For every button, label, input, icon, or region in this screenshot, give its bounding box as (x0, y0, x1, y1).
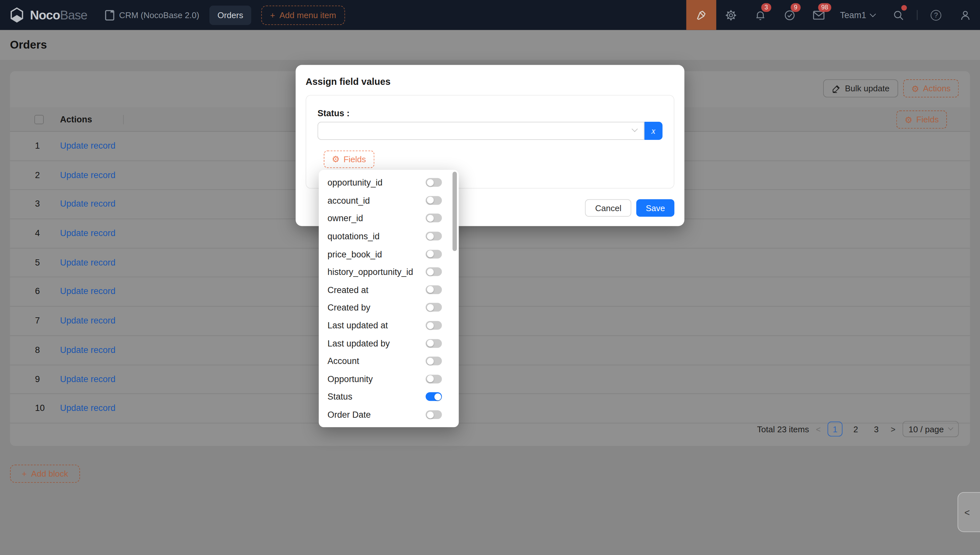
modal-title: Assign field values (306, 76, 391, 87)
row-index: 8 (35, 345, 40, 354)
field-menu-item[interactable]: Opportunity (319, 370, 459, 388)
status-select[interactable] (318, 122, 645, 140)
field-toggle[interactable] (425, 178, 442, 187)
field-menu-item[interactable]: Created by (319, 298, 459, 316)
field-menu-item[interactable]: quotations_id (319, 227, 459, 245)
gear-icon: ⚙ (904, 115, 912, 124)
scrollbar-thumb[interactable] (452, 172, 457, 251)
field-toggle[interactable] (425, 250, 442, 258)
column-header-actions: Actions (60, 114, 92, 124)
update-record-link[interactable]: Update record (60, 228, 115, 238)
field-menu-item[interactable]: price_book_id (319, 245, 459, 263)
workspace-switcher[interactable]: CRM (NocoBase 2.0) (105, 10, 199, 21)
next-page-button[interactable]: > (890, 424, 897, 433)
pagination-total: Total 23 items (757, 424, 809, 433)
field-toggle[interactable] (425, 268, 442, 276)
field-toggle[interactable] (425, 357, 442, 366)
field-toggle[interactable] (425, 410, 442, 419)
field-menu-item[interactable]: Created at (319, 281, 459, 298)
nocobase-logo[interactable]: NocoBase (9, 7, 87, 23)
cancel-button[interactable]: Cancel (585, 199, 632, 217)
row-index: 5 (35, 257, 40, 267)
row-index: 4 (35, 228, 40, 238)
add-menu-item-button[interactable]: + Add menu item (261, 5, 345, 25)
field-toggle[interactable] (425, 321, 442, 330)
tasks-button[interactable]: 9 (775, 0, 805, 30)
page-number-1[interactable]: 1 (828, 422, 843, 436)
actions-config-button[interactable]: ⚙ Actions (903, 79, 959, 98)
team-switcher[interactable]: Team1 (840, 10, 875, 20)
save-button[interactable]: Save (636, 199, 674, 217)
search-icon (893, 9, 904, 21)
chevron-down-icon (632, 126, 638, 132)
nav-tab-orders[interactable]: Orders (209, 5, 251, 25)
plus-icon: + (270, 10, 275, 20)
field-toggle[interactable] (425, 339, 442, 348)
field-menu-item[interactable]: owner_id (319, 209, 459, 227)
search-alert-dot (901, 5, 907, 10)
row-index: 9 (35, 374, 40, 384)
field-toggle[interactable] (425, 303, 442, 312)
row-index: 2 (35, 170, 40, 180)
page-header: Orders (0, 30, 980, 60)
field-menu-item[interactable]: Order Date (319, 406, 459, 423)
chevron-down-icon (948, 425, 953, 430)
field-menu-item[interactable]: Last updated by (319, 334, 459, 352)
field-menu-item[interactable]: account_id (319, 191, 459, 209)
field-toggle[interactable] (425, 214, 442, 223)
table-row: 10Update record (10, 394, 970, 423)
row-index: 1 (35, 141, 40, 151)
notifications-button[interactable]: 3 (746, 0, 775, 30)
update-record-link[interactable]: Update record (60, 257, 115, 267)
field-toggle[interactable] (425, 375, 442, 383)
field-menu-item[interactable]: Status (319, 388, 459, 406)
table-row: 6Update record (10, 278, 970, 306)
update-record-link[interactable]: Update record (60, 345, 115, 354)
page-number-2[interactable]: 2 (848, 422, 863, 436)
question-icon: ? (931, 10, 941, 21)
field-toggle[interactable] (425, 285, 442, 294)
update-record-link[interactable]: Update record (60, 315, 115, 326)
page-number-3[interactable]: 3 (869, 422, 884, 436)
field-menu-item[interactable]: Account (319, 352, 459, 370)
plugin-settings-button[interactable] (716, 0, 746, 30)
bulk-update-button[interactable]: Bulk update (823, 79, 898, 98)
update-record-link[interactable]: Update record (60, 403, 115, 413)
field-toggle[interactable] (425, 232, 442, 241)
column-divider (123, 115, 124, 124)
messages-button[interactable]: 98 (805, 0, 834, 30)
select-all-checkbox[interactable] (34, 115, 44, 124)
prev-page-button[interactable]: < (815, 424, 822, 433)
app-root: NocoBase CRM (NocoBase 2.0) Orders + Add… (0, 0, 980, 555)
ui-editor-button[interactable] (686, 0, 716, 30)
user-menu-button[interactable] (951, 0, 980, 30)
sidebar-collapse-handle[interactable]: < (957, 492, 980, 532)
update-record-link[interactable]: Update record (60, 170, 115, 180)
mail-badge: 98 (818, 3, 831, 12)
field-toggle[interactable] (425, 196, 442, 205)
notification-badge: 3 (761, 3, 771, 12)
variable-button[interactable]: x (644, 122, 662, 140)
edit-pencil-icon (832, 84, 841, 93)
search-button[interactable] (884, 0, 913, 30)
field-menu-item[interactable]: opportunity_id (319, 173, 459, 191)
table-row: 8Update record (10, 336, 970, 365)
modal-fields-config-button[interactable]: ⚙ Fields (324, 151, 374, 168)
add-block-button[interactable]: + Add block (10, 465, 80, 483)
field-menu-item[interactable]: Last updated at (319, 316, 459, 334)
logo-text-noco: Noco (30, 8, 60, 22)
document-icon (105, 10, 114, 21)
update-record-link[interactable]: Update record (60, 199, 115, 209)
help-button[interactable]: ? (921, 0, 951, 30)
chevron-down-icon (870, 11, 876, 17)
field-menu-item[interactable]: history_opportunity_id (319, 263, 459, 281)
page-size-select[interactable]: 10 / page (902, 421, 959, 437)
row-index: 3 (35, 199, 40, 209)
update-record-link[interactable]: Update record (60, 141, 115, 151)
fields-config-button[interactable]: ⚙ Fields (896, 111, 946, 128)
user-icon (959, 9, 971, 21)
field-toggle[interactable] (425, 393, 442, 401)
update-record-link[interactable]: Update record (60, 374, 115, 384)
table-row: 5Update record (10, 249, 970, 278)
update-record-link[interactable]: Update record (60, 286, 115, 296)
